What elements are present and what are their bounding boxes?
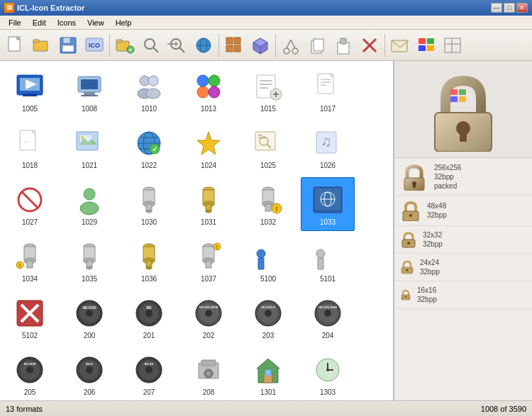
icon-item-203[interactable]: HD DVD-R 203 [241, 291, 295, 344]
icon-item-1029[interactable]: 1029 [62, 177, 116, 231]
icon-label-1301: 1301 [260, 388, 276, 396]
svg-point-194 [326, 369, 329, 371]
menu-help[interactable]: Help [110, 18, 138, 28]
icon-item-1036[interactable]: 1036 [122, 234, 176, 288]
svg-point-206 [409, 214, 412, 217]
folder-add-button[interactable]: + [112, 33, 138, 58]
app-icon: 🖼 [4, 3, 14, 13]
menu-edit[interactable]: Edit [27, 18, 52, 28]
open-button[interactable] [29, 33, 55, 58]
search-button[interactable] [138, 33, 164, 58]
detail-size-24: 24x24 32bpp [394, 254, 532, 281]
windows-button[interactable] [414, 33, 439, 58]
svg-rect-200 [450, 96, 458, 102]
icon-item-5102[interactable]: 5102 [3, 291, 57, 344]
icon-item-1018[interactable]: ... 1018 [3, 120, 57, 174]
svg-point-210 [406, 269, 409, 271]
svg-point-29 [284, 48, 289, 54]
icon-item-1033[interactable]: 1033 [301, 177, 355, 231]
icon-item-1025[interactable]: 1025 [241, 120, 295, 174]
icon-item-1027[interactable]: 1027 [3, 177, 57, 231]
ico-button[interactable]: ICO [82, 33, 107, 58]
menu-view[interactable]: View [82, 18, 110, 28]
copy-button[interactable] [304, 33, 330, 58]
svg-rect-147 [318, 258, 323, 269]
icon-1005 [13, 69, 47, 103]
icon-item-208[interactable]: 208 [182, 347, 235, 400]
size-button[interactable] [440, 33, 465, 58]
icon-item-207[interactable]: BD-RE 207 [122, 347, 176, 400]
icon-item-1031[interactable]: 1031 [182, 177, 235, 231]
paste-button[interactable] [331, 33, 356, 58]
icon-item-1303[interactable]: 1303 [301, 347, 355, 400]
svg-point-59 [197, 75, 209, 86]
icon-item-1030[interactable]: 1030 [122, 177, 176, 231]
icon-label-1026: 1026 [320, 162, 336, 169]
icon-item-1035[interactable]: 1035 [62, 234, 116, 288]
icon-item-1015[interactable]: 1015 [241, 64, 295, 118]
svg-rect-24 [226, 45, 233, 52]
icon-item-1024[interactable]: 1024 [182, 120, 235, 174]
icon-item-1013[interactable]: 1013 [182, 64, 235, 118]
detail-size-48: 48x48 32bpp [394, 196, 532, 226]
icon-item-1010[interactable]: 1010 [122, 64, 176, 118]
icon-label-1005: 1005 [22, 105, 38, 113]
svg-text:HD DVD-RAM: HD DVD-RAM [318, 305, 337, 309]
new-button[interactable] [3, 33, 28, 58]
svg-point-166 [265, 310, 272, 317]
icon-1027 [13, 183, 47, 217]
menu-file[interactable]: File [3, 18, 27, 28]
title-bar: 🖼 ICL-Icon Extractor — □ ✕ [0, 0, 532, 16]
icon-205: BD-ROM [13, 353, 47, 387]
menu-icons[interactable]: Icons [52, 18, 82, 28]
icon-grid-panel[interactable]: 1005 1008 [0, 61, 394, 400]
icon-item-200[interactable]: HD DVD 200 [62, 291, 116, 344]
svg-point-133 [87, 266, 92, 269]
icon-item-1037[interactable]: ! 1037 [182, 234, 235, 288]
svg-rect-25 [234, 45, 240, 52]
icon-1008 [72, 69, 106, 103]
svg-rect-40 [419, 38, 426, 44]
icon-item-206[interactable]: BD-R 206 [62, 347, 116, 400]
icon-item-1026[interactable]: ♫ 1026 [301, 120, 355, 174]
svg-point-154 [86, 310, 93, 317]
detail-size-label-48: 48x48 32bpp [427, 201, 447, 220]
title-controls[interactable]: — □ ✕ [491, 3, 528, 13]
maximize-button[interactable]: □ [504, 3, 515, 13]
svg-point-106 [146, 210, 152, 213]
svg-text:BD-RE: BD-RE [145, 362, 154, 366]
icon-item-202[interactable]: HD DVD-ROM 202 [182, 291, 235, 344]
icon-item-1301[interactable]: 1301 [241, 347, 295, 400]
box-button[interactable] [248, 33, 273, 58]
icon-item-205[interactable]: BD-ROM 205 [3, 347, 57, 400]
icon-label-1021: 1021 [82, 162, 97, 169]
grid-button[interactable] [221, 33, 247, 58]
icon-item-1017[interactable]: 1017 [301, 64, 355, 118]
separator-1 [109, 34, 110, 57]
svg-point-30 [292, 48, 298, 54]
icon-item-1022[interactable]: ✓ 1022 [122, 120, 176, 174]
icon-item-5100[interactable]: 5100 [241, 234, 295, 288]
icon-item-1005[interactable]: 1005 [3, 64, 57, 118]
icon-label-205: 205 [24, 388, 36, 396]
icon-item-201[interactable]: BD 201 [122, 291, 176, 344]
svg-text:ICO: ICO [89, 42, 100, 49]
close-button[interactable]: ✕ [516, 3, 528, 13]
icon-item-204[interactable]: HD DVD-RAM 204 [301, 291, 355, 344]
svg-point-100 [84, 189, 95, 200]
zoom-button[interactable] [165, 33, 190, 58]
svg-text:HD DVD-ROM: HD DVD-ROM [199, 305, 218, 309]
cut-button[interactable] [278, 33, 304, 58]
svg-text:...: ... [24, 137, 29, 143]
icon-item-1008[interactable]: 1008 [62, 64, 116, 118]
globe-button[interactable] [191, 33, 216, 58]
svg-point-60 [209, 75, 220, 86]
icon-item-1032[interactable]: ! 1032 [241, 177, 295, 231]
icon-item-5101[interactable]: 5101 [301, 234, 355, 288]
delete-button[interactable] [357, 33, 382, 58]
minimize-button[interactable]: — [491, 3, 502, 13]
save-button[interactable] [55, 33, 81, 58]
icon-item-1034[interactable]: ! 1034 [3, 234, 57, 288]
send-button[interactable] [387, 33, 413, 58]
icon-item-1021[interactable]: 1021 [62, 120, 116, 174]
